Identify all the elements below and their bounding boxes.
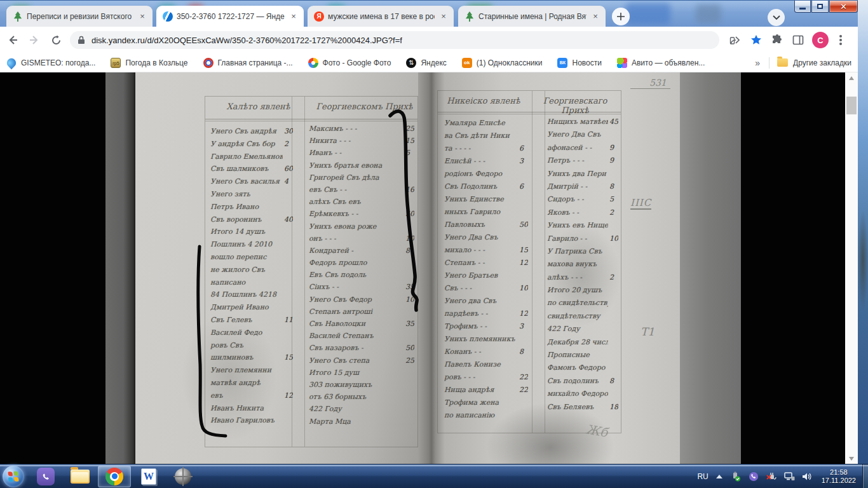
network-icon[interactable] [783, 471, 795, 482]
chevron-down-icon [773, 15, 780, 20]
tab-title: 350-2-3760 1722-1727 — Яндекс [177, 12, 285, 21]
scroll-up-button[interactable] [845, 72, 858, 83]
register-entry: Ерѣмкевхъ - - 50 [309, 210, 414, 222]
bookmark-item[interactable]: Авито — объявлен... [617, 58, 705, 68]
register-entry: Дмитрій - - 8 [547, 182, 618, 195]
entry-name: Гаврило - - [547, 234, 608, 243]
usb-safely-remove-icon[interactable] [730, 471, 742, 482]
scroll-down-button[interactable] [845, 453, 858, 464]
entry-name: михало - - - [444, 246, 518, 254]
register-entry: та - - - - 6 [444, 144, 528, 157]
hidden-icons-caret-icon[interactable] [716, 475, 722, 478]
entry-name: Унихъ евъ Нищевъ [547, 221, 608, 229]
entry-name: Конанъ - - [444, 348, 518, 356]
entry-number: 10 [405, 234, 414, 243]
browser-tab[interactable]: Переписи и ревизии Вятского к × [6, 6, 153, 27]
new-tab-button[interactable] [612, 8, 630, 25]
minimize-button[interactable] [794, 1, 811, 13]
bookmark-item[interactable]: Яндекс [406, 58, 446, 68]
bookmark-item[interactable]: GISMETEO: погода... [6, 58, 95, 68]
register-entry: отъ 63 борныхъ [309, 393, 414, 405]
maximize-button[interactable] [811, 1, 829, 13]
bookmark-star-button[interactable] [747, 31, 765, 49]
language-indicator[interactable]: RU [697, 472, 708, 481]
taskbar-clock[interactable]: 21:58 17.11.2022 [822, 468, 856, 485]
tab-close-icon[interactable]: × [288, 11, 299, 22]
entry-name: Свъ назаровъ - [309, 344, 404, 352]
bookmarks-overflow-button[interactable]: » [755, 58, 760, 68]
bookmark-item[interactable]: (1) Одноклассники [462, 58, 543, 68]
browser-tab[interactable]: Старинные имена | Родная Вятк × [458, 6, 606, 27]
scrollbar-thumb[interactable] [846, 97, 857, 114]
taskbar-button-viber[interactable] [29, 466, 62, 487]
register-entry: Павловыхъ 50 [444, 220, 528, 233]
entry-number: 8 [609, 182, 618, 191]
address-bar[interactable]: disk.yandex.ru/d/dX20OQEEsxCaWw/350-2-37… [70, 31, 719, 49]
entry-number: 11 [284, 316, 293, 324]
column-header: Георгиевскомъ Прихѣ [311, 97, 417, 119]
entry-name: евъ [210, 391, 283, 400]
menu-button[interactable] [832, 31, 850, 49]
register-entry: Прописные [547, 351, 618, 363]
forward-button[interactable] [25, 31, 43, 49]
viber-tray-icon[interactable] [748, 471, 759, 482]
volume-icon[interactable] [801, 471, 813, 482]
register-entry: Трофима жена [444, 398, 528, 411]
taskbar-button-chrome[interactable] [98, 466, 131, 487]
entry-name: Итого 20 душъ [547, 286, 608, 294]
tab-title: мужские имена в 17 веке в рос [328, 12, 435, 21]
entry-name: Унего Братьев [444, 271, 518, 280]
entry-number: 10 [609, 234, 618, 243]
entry-name: написано [210, 278, 283, 287]
taskbar-button-explorer[interactable] [64, 466, 97, 487]
tab-close-icon[interactable]: × [137, 11, 147, 22]
entry-number: 15 [284, 353, 293, 362]
register-entry: Итого 20 душъ [547, 286, 618, 299]
close-button[interactable]: ✕ [829, 1, 858, 13]
entry-name: Унего Два Свъ [547, 130, 608, 139]
register-entry: Унего Два Свъ [547, 130, 618, 143]
bookmark-item[interactable]: Главная страница -... [203, 58, 293, 68]
register-entry: Кондратей - 8 [309, 247, 414, 259]
register-entry: Свъ подолинъ 8 [547, 377, 618, 390]
tab-close-icon[interactable]: × [438, 11, 449, 22]
profile-avatar[interactable]: C [812, 32, 829, 48]
wallpaper-tree-blob [858, 210, 868, 311]
entry-name: Дмитрій - - [547, 182, 608, 191]
entry-number: 8 [405, 247, 414, 255]
extensions-button[interactable] [768, 31, 786, 49]
show-desktop-button[interactable] [862, 464, 868, 488]
register-entry: Унихъ евона роже [309, 222, 414, 234]
browser-tab[interactable]: 350-2-3760 1722-1727 — Яндекс × [156, 6, 304, 27]
register-entry: Итого 14 душъ [210, 227, 293, 240]
start-button[interactable] [3, 466, 24, 487]
bookmark-item[interactable]: Фото - Google Фото [308, 58, 391, 68]
share-button[interactable] [726, 31, 744, 49]
side-panel-button[interactable] [789, 31, 807, 49]
register-entry: Унего Свъ Федор 10 [309, 295, 414, 308]
register-entry: Степанъ - - 12 [444, 259, 528, 271]
register-entry: Нищихъ матвѣевъ 45 [547, 118, 618, 130]
entry-name: Никита - - - [309, 137, 404, 145]
register-entry: Унего Свъ степа 25 [309, 356, 414, 369]
browser-tab[interactable]: мужские имена в 17 веке в рос × [308, 6, 454, 27]
other-bookmarks-button[interactable]: Другие закладки [793, 58, 851, 67]
bookmark-item[interactable]: Новости [557, 58, 601, 68]
bookmark-item[interactable]: Погода в Козльце [111, 58, 187, 68]
back-button[interactable] [4, 31, 22, 49]
reload-button[interactable] [47, 31, 65, 49]
page-scrollbar[interactable] [845, 72, 858, 464]
register-entry: михайло Федоровъ [547, 390, 618, 402]
taskbar-button-minesweeper[interactable] [166, 466, 200, 487]
power-disconnected-icon[interactable] [766, 471, 777, 482]
right-page-column-1: Умаляра Елисѣе ва Свъ дѣти Ники та - - -… [444, 119, 528, 424]
column-rule [532, 91, 532, 433]
taskbar-button-word[interactable]: W [132, 466, 165, 487]
bookmark-label: Новости [572, 58, 601, 67]
entry-name: Степанъ антроші [309, 308, 404, 316]
register-entry: родіонъ Федоро [444, 170, 528, 182]
url-text: disk.yandex.ru/d/dX20OQEEsxCaWw/350-2-37… [92, 36, 402, 45]
tab-close-icon[interactable]: × [590, 11, 600, 22]
tab-search-button[interactable] [768, 9, 785, 26]
tab-favicon [13, 11, 23, 22]
